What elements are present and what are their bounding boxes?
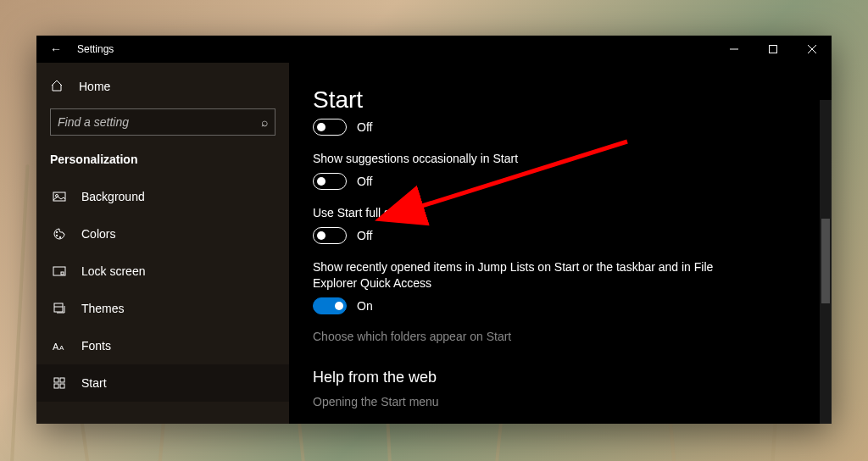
svg-rect-4 bbox=[53, 192, 65, 201]
toggle-switch[interactable] bbox=[313, 119, 347, 136]
search-icon: ⌕ bbox=[261, 115, 268, 129]
setting-suggestions: Show suggestions occasionally in Start O… bbox=[313, 151, 754, 190]
sidebar-item-fonts[interactable]: AA Fonts bbox=[36, 327, 289, 364]
scrollbar[interactable] bbox=[820, 100, 832, 424]
back-button[interactable]: ← bbox=[36, 42, 75, 56]
settings-window: ← Settings Home ⌕ Personalization Backgr… bbox=[36, 36, 832, 424]
folders-link[interactable]: Choose which folders appear on Start bbox=[313, 330, 832, 343]
sidebar: Home ⌕ Personalization Background Colors… bbox=[36, 63, 289, 424]
sidebar-home-label: Home bbox=[79, 80, 110, 93]
search-input[interactable] bbox=[58, 115, 261, 129]
setting-fullscreen: Use Start full screen Off bbox=[313, 205, 754, 244]
themes-icon bbox=[53, 302, 66, 315]
close-button[interactable] bbox=[793, 36, 832, 63]
scrollbar-thumb[interactable] bbox=[821, 219, 830, 303]
sidebar-item-start[interactable]: Start bbox=[36, 364, 289, 402]
fonts-icon: AA bbox=[53, 340, 66, 352]
setting-label: Show suggestions occasionally in Start bbox=[313, 151, 754, 166]
search-box[interactable]: ⌕ bbox=[50, 108, 275, 136]
svg-text:A: A bbox=[59, 344, 64, 352]
sidebar-home[interactable]: Home bbox=[36, 69, 289, 103]
titlebar: ← Settings bbox=[36, 36, 832, 63]
setting-row: Off bbox=[313, 119, 754, 136]
toggle-switch[interactable] bbox=[313, 227, 347, 244]
sidebar-item-label: Start bbox=[81, 376, 107, 390]
lock-screen-icon bbox=[53, 264, 66, 278]
picture-icon bbox=[53, 190, 66, 203]
toggle-state: Off bbox=[357, 229, 372, 242]
svg-rect-15 bbox=[60, 378, 64, 382]
window-title: Settings bbox=[75, 43, 114, 55]
svg-rect-1 bbox=[770, 46, 777, 53]
svg-point-6 bbox=[56, 231, 58, 233]
sidebar-item-label: Themes bbox=[81, 302, 125, 315]
svg-rect-16 bbox=[54, 384, 58, 388]
home-icon bbox=[50, 79, 64, 95]
svg-rect-11 bbox=[54, 303, 63, 312]
toggle-state: Off bbox=[357, 120, 372, 134]
sidebar-item-label: Background bbox=[81, 190, 145, 203]
help-link[interactable]: Opening the Start menu bbox=[313, 395, 832, 408]
content-pane: Start Off Show suggestions occasionally … bbox=[289, 63, 832, 424]
sidebar-item-label: Lock screen bbox=[81, 264, 145, 278]
sidebar-item-lock-screen[interactable]: Lock screen bbox=[36, 253, 289, 290]
svg-rect-10 bbox=[61, 272, 64, 275]
setting-jumplists: Show recently opened items in Jump Lists… bbox=[313, 259, 754, 314]
sidebar-item-background[interactable]: Background bbox=[36, 178, 289, 215]
sidebar-item-label: Fonts bbox=[81, 339, 111, 353]
toggle-switch[interactable] bbox=[313, 173, 347, 190]
toggle-switch[interactable] bbox=[313, 297, 347, 314]
palette-icon bbox=[53, 227, 66, 241]
setting-label: Use Start full screen bbox=[313, 205, 754, 220]
sidebar-item-label: Colors bbox=[81, 227, 115, 241]
maximize-button[interactable] bbox=[754, 36, 793, 63]
start-icon bbox=[53, 376, 66, 390]
setting-label: Show recently opened items in Jump Lists… bbox=[313, 259, 754, 290]
svg-point-7 bbox=[56, 235, 58, 236]
page-title: Start bbox=[313, 86, 832, 114]
minimize-button[interactable] bbox=[715, 36, 754, 63]
toggle-state: On bbox=[357, 299, 373, 313]
toggle-state: Off bbox=[357, 175, 372, 188]
sidebar-item-colors[interactable]: Colors bbox=[36, 215, 289, 253]
sidebar-item-themes[interactable]: Themes bbox=[36, 290, 289, 327]
sidebar-category: Personalization bbox=[36, 144, 289, 178]
svg-rect-14 bbox=[54, 378, 58, 382]
svg-text:A: A bbox=[53, 342, 59, 352]
svg-rect-17 bbox=[60, 384, 64, 388]
svg-point-8 bbox=[59, 236, 61, 238]
help-header: Help from the web bbox=[313, 369, 832, 386]
